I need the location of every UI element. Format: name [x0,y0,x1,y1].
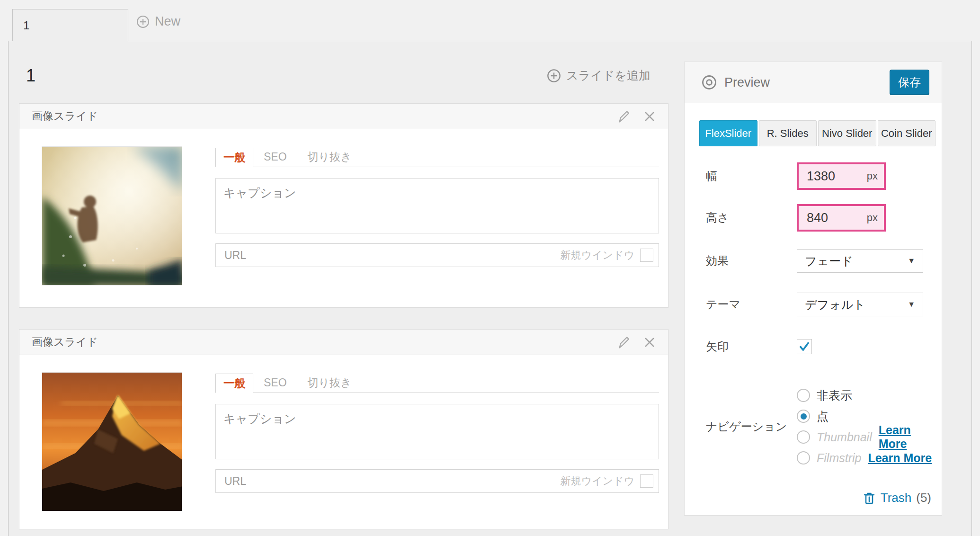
tab-general[interactable]: 一般 [215,374,253,393]
navigation-label: ナビゲーション [706,419,797,434]
effect-label: 効果 [706,253,797,268]
settings-sidebar: Preview 保存 FlexSlider R. Slides Nivo Sli… [684,62,942,516]
new-tab-label: New [155,14,180,29]
width-unit: px [867,170,878,182]
width-input[interactable]: 1380 px [797,162,886,190]
slide-thumbnail [42,146,182,286]
new-window-checkbox[interactable] [640,249,653,262]
slide-panel-title: 画像スライド [32,335,98,349]
edit-pencil-icon[interactable] [616,109,630,124]
caption-textarea[interactable] [215,404,659,459]
slide-panel-title: 画像スライド [32,109,98,124]
check-icon [798,340,811,353]
new-window-label: 新規ウインドウ [560,474,634,488]
url-input[interactable] [223,474,560,488]
new-slider-tab[interactable]: New [136,14,180,29]
navigation-options: 非表示 点 Thumbnail Learn More Filmstrip Lea… [797,385,935,468]
slider-tab-1[interactable]: 1 [12,9,128,41]
add-circle-icon [546,68,561,83]
add-circle-icon [136,15,150,29]
tab-seo[interactable]: SEO [253,373,297,393]
chevron-down-icon: ▼ [908,257,915,265]
slider-tab-label: 1 [23,19,29,32]
height-input[interactable]: 840 px [797,204,886,232]
height-value: 840 [807,211,828,225]
trash-icon [863,491,876,505]
tab-seo[interactable]: SEO [253,147,297,167]
slider-editor-container: 1 スライドを追加 画像スライド [8,41,972,536]
slide-panel-header: 画像スライド [19,330,668,355]
eye-icon [701,74,718,91]
nav-option-hidden[interactable]: 非表示 [797,385,935,406]
slide-tab-bar: 一般 SEO 切り抜き [215,147,659,167]
type-tab-flexslider[interactable]: FlexSlider [699,120,757,146]
nav-option-filmstrip[interactable]: Filmstrip Learn More [797,447,935,468]
add-slide-button[interactable]: スライドを追加 [546,68,650,83]
trash-link[interactable]: Trash (5) [863,491,931,505]
learn-more-link[interactable]: Learn More [879,423,935,451]
tab-crop[interactable]: 切り抜き [297,373,362,393]
slide-thumbnail [42,372,182,511]
preview-header: Preview 保存 [685,62,942,103]
slide-panel: 画像スライド [19,329,668,529]
type-tab-rslides[interactable]: R. Slides [759,120,817,146]
height-unit: px [867,212,878,224]
nav-option-thumbnail[interactable]: Thumbnail Learn More [797,427,935,447]
arrows-checkbox[interactable] [797,339,812,354]
slide-panel: 画像スライド [19,103,668,308]
slider-type-tabs: FlexSlider R. Slides Nivo Slider Coin Sl… [699,120,935,146]
new-window-label: 新規ウインドウ [560,248,634,262]
caption-textarea[interactable] [215,178,659,233]
preview-label: Preview [724,75,770,90]
tab-crop[interactable]: 切り抜き [297,147,362,167]
type-tab-coin[interactable]: Coin Slider [878,120,936,146]
radio-icon-selected[interactable] [797,410,810,423]
edit-pencil-icon[interactable] [616,335,630,349]
effect-select[interactable]: フェード ▼ [797,249,923,273]
close-icon[interactable] [643,110,656,123]
slide-tab-bar: 一般 SEO 切り抜き [215,373,659,393]
height-label: 高さ [706,210,797,225]
theme-label: テーマ [706,297,797,312]
learn-more-link[interactable]: Learn More [868,451,932,465]
slide-panel-header: 画像スライド [19,104,668,129]
url-field: 新規ウインドウ [215,469,659,493]
width-label: 幅 [706,169,797,184]
new-window-checkbox[interactable] [640,474,653,488]
trash-label: Trash [881,491,912,505]
radio-icon[interactable] [797,451,810,465]
add-slide-label: スライドを追加 [566,68,650,83]
theme-select[interactable]: デフォルト ▼ [797,293,923,316]
chevron-down-icon: ▼ [908,300,915,309]
close-icon[interactable] [643,336,656,348]
radio-icon[interactable] [797,389,810,402]
url-input[interactable] [223,249,560,262]
type-tab-nivo[interactable]: Nivo Slider [818,120,876,146]
url-field: 新規ウインドウ [215,243,659,267]
theme-value: デフォルト [805,297,865,313]
radio-icon[interactable] [797,430,810,444]
slider-title: 1 [26,66,36,86]
width-value: 1380 [807,169,835,184]
arrows-label: 矢印 [706,339,797,354]
tab-general[interactable]: 一般 [215,148,253,167]
trash-count: (5) [916,491,931,505]
save-button[interactable]: 保存 [890,70,929,95]
effect-value: フェード [805,253,853,269]
